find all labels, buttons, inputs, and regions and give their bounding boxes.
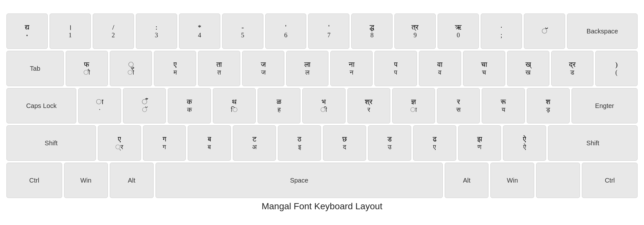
key-4-0[interactable]: Ctrl (6, 163, 62, 198)
key-top-0-8: द्ध (370, 23, 374, 31)
key-2-9[interactable]: रस (437, 88, 480, 123)
key-1-9[interactable]: वाव (419, 51, 461, 86)
key-0-0[interactable]: द्य॰ (6, 14, 48, 49)
keyboard-title: Mangal Font Keyboard Layout (261, 201, 382, 212)
key-0-10[interactable]: ऋ0 (438, 14, 479, 49)
key-0-2[interactable]: /2 (93, 14, 134, 49)
key-bottom-2-7: र (367, 106, 370, 113)
key-top-1-11: ख् (526, 61, 531, 68)
key-3-10[interactable]: ऐऐ (503, 125, 546, 161)
key-top-1-13: ) (615, 61, 618, 68)
key-top-1-4: ता (216, 61, 222, 68)
key-1-0[interactable]: Tab (6, 51, 64, 86)
key-label-4-2: Alt (128, 177, 135, 184)
key-3-8[interactable]: ढए (413, 125, 456, 161)
key-top-3-1: ए (118, 135, 121, 143)
keyboard-row-0: द्य॰।1/2:3*4-5'6'7द्ध8त्र9ऋ0·;ॅBackspace (6, 14, 638, 49)
key-bottom-2-1: · (99, 106, 100, 113)
key-label-4-1: Win (80, 177, 91, 184)
key-4-3[interactable]: Space (156, 163, 443, 198)
key-label-4-7: Ctrl (605, 177, 615, 184)
key-bottom-0-7: 7 (327, 31, 330, 39)
key-0-11[interactable]: ·; (481, 14, 522, 49)
key-1-11[interactable]: ख्ख (507, 51, 549, 86)
key-bottom-3-2: ग (163, 143, 166, 151)
key-3-3[interactable]: बब (188, 125, 231, 161)
key-top-2-11: श (546, 98, 550, 106)
key-1-6[interactable]: लाल (286, 51, 328, 86)
key-3-2[interactable]: गग (143, 125, 186, 161)
key-1-13[interactable]: )( (595, 51, 638, 86)
key-1-7[interactable]: नान (330, 51, 373, 86)
key-3-1[interactable]: ए्र (98, 125, 141, 161)
key-2-7[interactable]: श्रर (347, 88, 390, 123)
key-bottom-1-6: ल (305, 68, 309, 76)
key-2-4[interactable]: थि (213, 88, 256, 123)
key-bottom-1-10: च (482, 68, 486, 76)
key-3-7[interactable]: डउ (368, 125, 411, 161)
key-0-12[interactable]: ॅ (524, 14, 565, 49)
key-top-3-2: ग (163, 135, 166, 143)
key-1-3[interactable]: एम (154, 51, 196, 86)
key-top-0-4: * (198, 23, 201, 31)
key-2-10[interactable]: रूय (482, 88, 525, 123)
key-1-5[interactable]: जज (242, 51, 284, 86)
key-top-1-2: ु (128, 61, 134, 68)
key-0-5[interactable]: -5 (222, 14, 263, 49)
key-4-1[interactable]: Win (64, 163, 108, 198)
key-label-4-4: Alt (463, 177, 470, 184)
key-4-2[interactable]: Alt (110, 163, 154, 198)
key-3-4[interactable]: टअ (233, 125, 276, 161)
key-bottom-0-5: 5 (241, 31, 244, 39)
key-4-6[interactable] (536, 163, 580, 198)
key-bottom-1-4: त (217, 68, 221, 76)
key-3-6[interactable]: छद (323, 125, 366, 161)
key-4-4[interactable]: Alt (445, 163, 488, 198)
key-2-12[interactable]: Engter (572, 88, 638, 123)
key-0-6[interactable]: '6 (265, 14, 307, 49)
key-top-1-7: ना (349, 61, 355, 68)
key-2-6[interactable]: भी (302, 88, 345, 123)
key-top-0-2: / (112, 23, 114, 31)
key-3-9[interactable]: झण (458, 125, 501, 161)
key-label-1-0: Tab (30, 65, 40, 72)
key-2-5[interactable]: ळह (258, 88, 300, 123)
key-4-7[interactable]: Ctrl (582, 163, 638, 198)
key-0-1[interactable]: ।1 (50, 14, 91, 49)
key-0-9[interactable]: त्र9 (394, 14, 436, 49)
key-top-3-3: ब (208, 135, 211, 143)
key-0-13[interactable]: Backspace (567, 14, 638, 49)
key-top-1-5: ज (261, 61, 266, 68)
key-3-0[interactable]: Shift (6, 125, 96, 161)
key-bottom-0-2: 2 (112, 31, 115, 39)
key-3-5[interactable]: ठइ (278, 125, 321, 161)
key-2-0[interactable]: Caps Lock (6, 88, 76, 123)
key-2-2[interactable]: ँॅ (123, 88, 166, 123)
key-2-11[interactable]: शड़ (527, 88, 570, 123)
key-0-7[interactable]: '7 (308, 14, 349, 49)
key-0-3[interactable]: :3 (136, 14, 177, 49)
key-3-11[interactable]: Shift (548, 125, 638, 161)
key-bottom-1-2: ो (128, 68, 134, 76)
key-1-10[interactable]: चाच (463, 51, 505, 86)
key-2-3[interactable]: कक (168, 88, 211, 123)
key-bottom-0-11: ; (500, 31, 502, 39)
key-top-0-12: ॅ (542, 27, 547, 35)
key-1-8[interactable]: पप (374, 51, 417, 86)
key-bottom-3-5: इ (298, 143, 301, 151)
key-top-1-1: फ (84, 61, 89, 68)
key-bottom-1-11: ख (526, 68, 531, 76)
key-bottom-3-10: ऐ (523, 143, 526, 151)
key-0-4[interactable]: *4 (179, 14, 220, 49)
key-0-8[interactable]: द्ध8 (351, 14, 393, 49)
key-2-1[interactable]: ा· (78, 88, 121, 123)
keyboard: द्य॰।1/2:3*4-5'6'7द्ध8त्र9ऋ0·;ॅBackspace… (6, 14, 638, 198)
key-top-2-3: क (187, 98, 192, 106)
key-bottom-3-9: ण (478, 143, 481, 151)
key-4-5[interactable]: Win (490, 163, 534, 198)
key-1-12[interactable]: द्रड (551, 51, 593, 86)
key-1-4[interactable]: तात (198, 51, 240, 86)
key-2-8[interactable]: ज्ञा (392, 88, 435, 123)
key-1-2[interactable]: ुो (110, 51, 152, 86)
key-1-1[interactable]: फौ (66, 51, 108, 86)
